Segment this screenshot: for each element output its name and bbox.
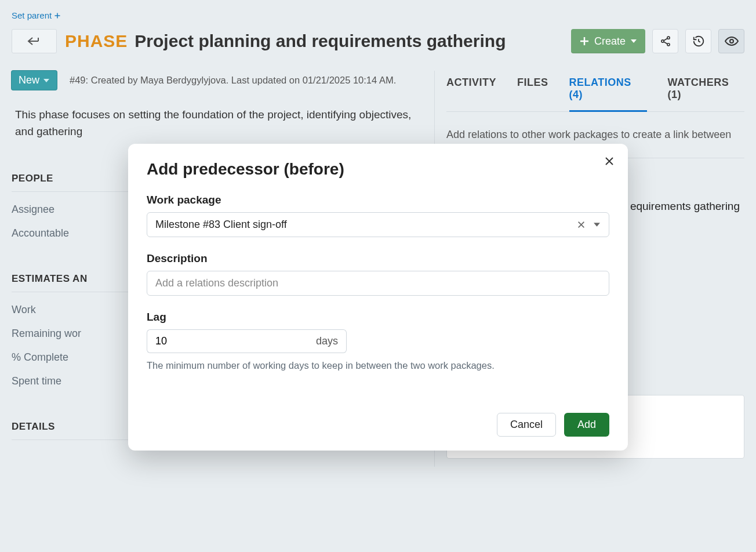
chevron-down-icon[interactable] [593,221,601,228]
close-button[interactable] [605,157,614,169]
create-label: Create [594,35,626,48]
status-dropdown[interactable]: New [12,71,57,90]
share-button[interactable] [652,29,678,53]
remaining-label: Remaining wor [12,328,116,340]
chevron-down-icon [630,38,637,45]
spent-time-label: Spent time [12,375,116,387]
relation-title-fragment: equirements gathering [630,200,740,213]
relations-intro: Add relations to other work packages to … [446,127,744,143]
eye-icon [725,35,739,47]
dialog-title: Add predecessor (before) [147,160,609,179]
add-predecessor-dialog: Add predecessor (before) Work package Mi… [128,144,628,451]
tab-watchers[interactable]: WATCHERS (1) [668,71,745,111]
activity-button[interactable] [685,29,711,53]
meta-info: #49: Created by Maya Berdygylyjova. Last… [70,75,396,86]
work-label: Work [12,304,116,316]
close-icon [605,157,614,166]
lag-hint: The minimum number of working days to ke… [147,360,609,371]
lag-input[interactable] [147,329,308,353]
back-arrow-icon [27,36,42,46]
tab-files[interactable]: FILES [517,71,548,111]
description-label: Description [147,252,609,265]
accountable-label: Accountable [12,227,116,239]
wp-label: Work package [147,194,609,206]
share-icon [660,35,671,47]
description-text[interactable]: This phase focuses on setting the founda… [15,106,419,140]
tab-relations[interactable]: RELATIONS (4) [569,71,647,112]
assignee-label: Assignee [12,204,116,216]
svg-point-2 [667,43,669,46]
create-button[interactable]: Create [571,29,645,53]
watch-button[interactable] [718,29,744,53]
description-input[interactable] [147,271,609,296]
tab-activity[interactable]: ACTIVITY [446,71,496,111]
page-title[interactable]: Project planning and requirements gather… [135,31,506,51]
chevron-down-icon [43,77,50,84]
type-label: PHASE [65,31,128,51]
clear-icon[interactable] [577,221,585,228]
wp-selected-value: Milestone #83 Client sign-off [155,219,287,231]
lag-label: Lag [147,311,609,324]
plus-icon [54,12,61,19]
svg-point-1 [661,40,663,42]
status-label: New [19,74,39,86]
history-icon [692,35,705,48]
percent-complete-label: % Complete [12,351,116,364]
lag-unit: days [308,329,347,353]
back-button[interactable] [12,29,57,53]
plus-icon [579,36,590,46]
cancel-button[interactable]: Cancel [497,413,556,437]
set-parent-link[interactable]: Set parent [12,10,61,20]
set-parent-label: Set parent [12,10,52,20]
add-button[interactable]: Add [564,413,609,437]
work-package-select[interactable]: Milestone #83 Client sign-off [147,212,609,237]
svg-point-3 [730,39,733,43]
svg-point-0 [667,37,669,39]
